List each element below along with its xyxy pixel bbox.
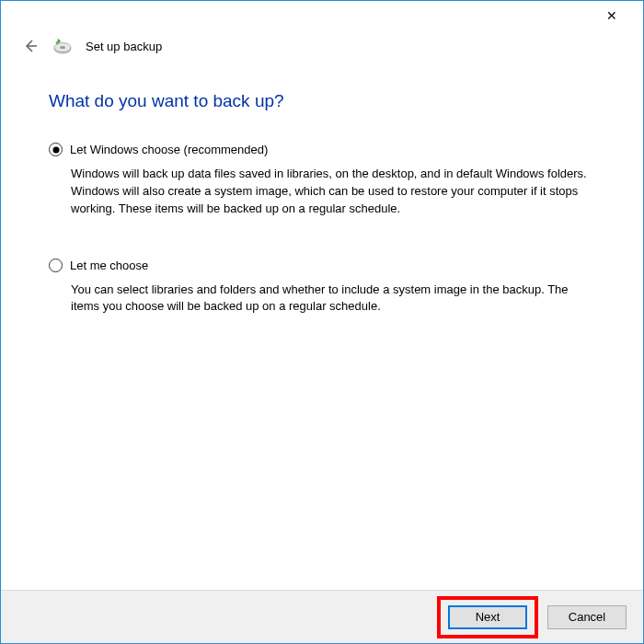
option-let-me-choose: Let me choose You can select libraries a… — [49, 259, 595, 316]
content-area: What do you want to back up? Let Windows… — [1, 60, 643, 590]
header-title: Set up backup — [86, 40, 162, 53]
close-icon: ✕ — [606, 8, 617, 23]
option-row[interactable]: Let me choose — [49, 259, 595, 272]
option-label: Let Windows choose (recommended) — [70, 143, 268, 156]
back-button[interactable] — [21, 37, 40, 55]
footer: Next Cancel — [1, 590, 643, 643]
dialog-window: ✕ Set up backup What do you want to back… — [0, 0, 644, 644]
option-description: Windows will back up data files saved in… — [49, 166, 595, 218]
header: Set up backup — [1, 30, 643, 60]
back-arrow-icon — [22, 38, 39, 54]
svg-point-3 — [60, 46, 65, 49]
option-row[interactable]: Let Windows choose (recommended) — [49, 143, 595, 156]
radio-let-windows-choose[interactable] — [49, 143, 63, 156]
option-let-windows-choose: Let Windows choose (recommended) Windows… — [49, 143, 595, 218]
titlebar: ✕ — [1, 1, 643, 30]
option-label: Let me choose — [70, 259, 148, 272]
cancel-button[interactable]: Cancel — [547, 605, 627, 629]
page-heading: What do you want to back up? — [49, 91, 595, 111]
backup-icon — [52, 36, 73, 56]
radio-let-me-choose[interactable] — [49, 259, 63, 272]
close-button[interactable]: ✕ — [592, 2, 632, 29]
option-description: You can select libraries and folders and… — [49, 282, 595, 316]
next-button[interactable]: Next — [448, 605, 527, 629]
highlight-annotation: Next — [437, 596, 538, 638]
